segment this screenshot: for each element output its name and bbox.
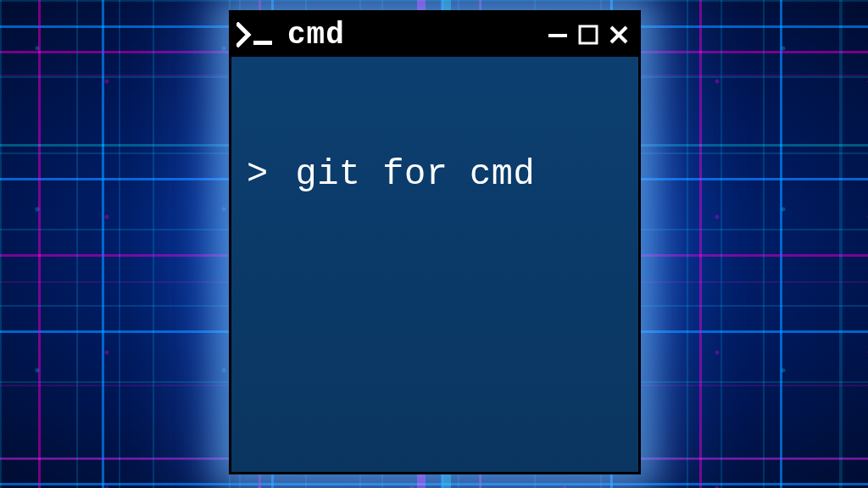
titlebar[interactable]: cmd [231, 13, 638, 57]
window-title: cmd [287, 18, 547, 53]
terminal-window[interactable]: cmd > git for cmd [229, 10, 641, 474]
window-controls [547, 24, 630, 46]
prompt-symbol: > [247, 154, 269, 195]
command-text: git for cmd [295, 154, 535, 195]
terminal-prompt-icon [236, 22, 275, 47]
command-line: > git for cmd [247, 154, 626, 195]
minimize-button[interactable] [547, 24, 569, 46]
svg-rect-1 [548, 34, 567, 37]
svg-rect-2 [580, 26, 597, 43]
close-button[interactable] [608, 24, 630, 46]
terminal-body[interactable]: > git for cmd [231, 57, 638, 472]
maximize-button[interactable] [577, 24, 599, 46]
svg-rect-0 [253, 41, 272, 45]
